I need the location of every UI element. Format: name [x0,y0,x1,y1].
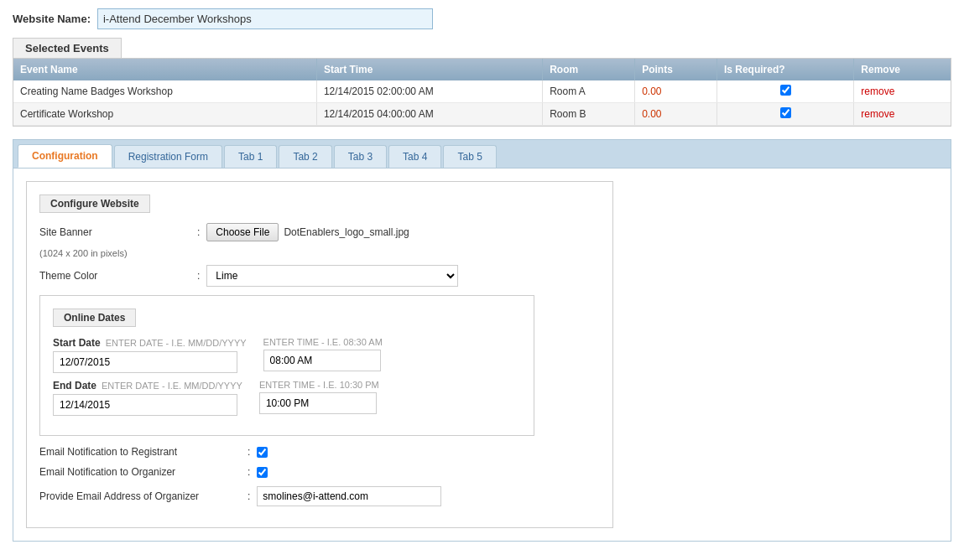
tab-tab-2[interactable]: Tab 2 [279,145,331,168]
website-name-label: Website Name: [13,13,91,25]
end-date-label-row: End Date ENTER DATE - I.E. MM/DD/YYYY [53,380,242,391]
table-row: Certificate Workshop 12/14/2015 04:00:00… [13,103,951,126]
email-notif-organizer-checkbox[interactable] [257,467,268,478]
end-time-group: ENTER TIME - I.E. 10:30 PM [259,380,379,414]
tab-registration-form[interactable]: Registration Form [114,145,222,168]
cell-start-time: 12/14/2015 02:00:00 AM [316,80,542,103]
email-notif-registrant-label: Email Notification to Registrant [39,446,241,458]
start-date-group: Start Date ENTER DATE - I.E. MM/DD/YYYY [53,337,247,373]
file-name-text: DotEnablers_logo_small.jpg [284,226,409,238]
theme-color-row: Theme Color : LimeBlueRedGreenOrangePurp… [39,265,600,287]
tabs-header: ConfigurationRegistration FormTab 1Tab 2… [13,139,951,168]
cell-event-name: Creating Name Badges Workshop [13,80,316,103]
website-name-row: Website Name: [13,8,951,29]
end-time-input[interactable] [259,392,377,414]
email-notif-registrant-colon: : [248,446,250,458]
col-room: Room [543,59,635,80]
online-dates-title: Online Dates [53,309,136,327]
website-name-input[interactable] [97,8,433,29]
remove-link[interactable]: remove [861,108,894,120]
is-required-checkbox[interactable] [780,85,791,96]
selected-events-label: Selected Events [25,42,109,54]
start-date-hint: ENTER DATE - I.E. MM/DD/YYYY [106,338,247,348]
email-notif-organizer-colon: : [248,466,250,478]
start-time-group: ENTER TIME - I.E. 08:30 AM [263,337,383,371]
start-time-input[interactable] [263,350,381,371]
events-table-wrapper: Event Name Start Time Room Points Is Req… [13,58,951,127]
is-required-checkbox[interactable] [780,107,791,118]
provide-email-colon: : [248,490,250,502]
table-row: Creating Name Badges Workshop 12/14/2015… [13,80,951,103]
end-date-label: End Date [53,380,96,391]
provide-email-label: Provide Email Address of Organizer [39,490,241,502]
start-date-label: Start Date [53,337,101,349]
site-banner-label: Site Banner [39,226,190,238]
theme-color-colon: : [197,270,200,282]
site-banner-value: Choose File DotEnablers_logo_small.jpg [206,223,409,241]
cell-start-time: 12/14/2015 04:00:00 AM [316,103,542,126]
cell-remove: remove [854,80,951,103]
tab-content: Configure Website Site Banner : Choose F… [13,168,951,542]
remove-link[interactable]: remove [861,86,894,97]
cell-room: Room A [543,80,635,103]
start-time-label-row: ENTER TIME - I.E. 08:30 AM [263,337,383,347]
email-notif-registrant-row: Email Notification to Registrant : [39,446,600,458]
col-points: Points [635,59,717,80]
cell-points: 0.00 [635,103,717,126]
online-dates-box: Online Dates Start Date ENTER DATE - I.E… [39,295,534,436]
end-date-row: End Date ENTER DATE - I.E. MM/DD/YYYY EN… [53,380,521,416]
cell-points: 0.00 [635,80,717,103]
theme-color-select[interactable]: LimeBlueRedGreenOrangePurple [206,265,458,287]
cell-is-required [716,80,853,103]
tab-tab-4[interactable]: Tab 4 [388,145,441,168]
email-notif-organizer-label: Email Notification to Organizer [39,466,241,478]
table-header-row: Event Name Start Time Room Points Is Req… [13,59,951,80]
tab-tab-1[interactable]: Tab 1 [224,145,277,168]
site-banner-colon: : [197,226,200,238]
tabs-container: ConfigurationRegistration FormTab 1Tab 2… [13,139,951,542]
provide-email-row: Provide Email Address of Organizer : [39,486,600,506]
col-remove: Remove [854,59,951,80]
cell-room: Room B [543,103,635,126]
col-start-time: Start Time [316,59,542,80]
configure-website-title: Configure Website [39,194,150,213]
organizer-email-input[interactable] [257,486,441,506]
choose-file-button[interactable]: Choose File [206,223,279,241]
cell-event-name: Certificate Workshop [13,103,316,126]
site-banner-row: Site Banner : Choose File DotEnablers_lo… [39,223,600,241]
selected-events-tab[interactable]: Selected Events [13,38,122,58]
configure-website-box: Configure Website Site Banner : Choose F… [26,181,613,528]
start-date-label-row: Start Date ENTER DATE - I.E. MM/DD/YYYY [53,337,247,349]
theme-color-label: Theme Color [39,270,190,282]
end-time-label-row: ENTER TIME - I.E. 10:30 PM [259,380,379,390]
email-notif-registrant-checkbox[interactable] [257,447,268,458]
end-date-hint: ENTER DATE - I.E. MM/DD/YYYY [102,381,242,391]
start-time-hint: ENTER TIME - I.E. 08:30 AM [263,337,383,347]
theme-color-value: LimeBlueRedGreenOrangePurple [206,265,458,287]
tab-tab-5[interactable]: Tab 5 [443,145,496,168]
cell-is-required [716,103,853,126]
end-date-group: End Date ENTER DATE - I.E. MM/DD/YYYY [53,380,242,416]
site-banner-hint: (1024 x 200 in pixels) [39,248,600,258]
col-is-required: Is Required? [716,59,853,80]
cell-remove: remove [854,103,951,126]
tab-configuration[interactable]: Configuration [18,144,112,168]
end-date-input[interactable] [53,394,237,416]
tab-tab-3[interactable]: Tab 3 [334,145,387,168]
events-table: Event Name Start Time Room Points Is Req… [13,59,951,126]
end-time-hint: ENTER TIME - I.E. 10:30 PM [259,380,379,390]
start-date-input[interactable] [53,351,237,373]
email-notif-organizer-row: Email Notification to Organizer : [39,466,600,478]
col-event-name: Event Name [13,59,316,80]
start-date-row: Start Date ENTER DATE - I.E. MM/DD/YYYY … [53,337,521,373]
